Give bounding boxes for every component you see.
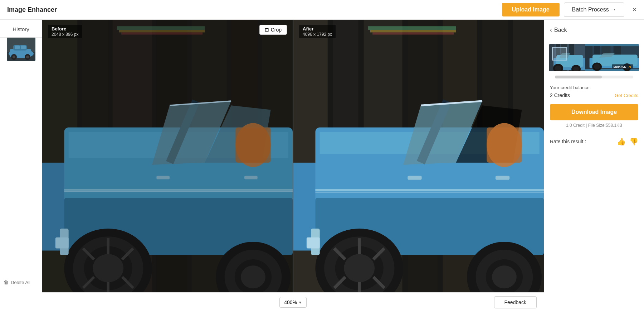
back-chevron-icon[interactable]: ‹ — [550, 26, 552, 34]
preview-before-thumbnail — [549, 44, 585, 71]
after-panel: After 4096 x 1792 px — [293, 20, 544, 292]
svg-rect-63 — [370, 30, 456, 32]
before-label: Before 2048 x 896 px — [48, 25, 82, 38]
right-panel: ‹ Back — [544, 20, 644, 312]
svg-rect-62 — [368, 26, 456, 30]
right-panel-header: ‹ Back — [544, 20, 644, 39]
history-label: History — [0, 20, 42, 38]
after-image — [293, 20, 544, 292]
svg-rect-53 — [42, 20, 293, 292]
svg-text:ENHANCE: ENHANCE — [614, 66, 626, 68]
svg-rect-5 — [15, 45, 20, 49]
history-thumbnail[interactable] — [7, 38, 35, 61]
zoom-control[interactable]: 400% ▼ — [279, 297, 307, 308]
svg-point-10 — [26, 56, 29, 58]
crop-button[interactable]: ⊡ Crop — [259, 25, 287, 35]
delete-icon: 🗑 — [4, 279, 9, 285]
svg-rect-64 — [372, 32, 454, 34]
upload-image-button[interactable]: Upload Image — [502, 3, 560, 16]
credit-balance-label: Your credit balance: — [550, 85, 638, 90]
image-panels: Before 2048 x 896 px ⊡ Crop — [42, 20, 544, 292]
svg-point-82 — [344, 254, 375, 282]
preview-selection-box — [552, 47, 567, 61]
preview-strip: ENHANCE AI — [544, 39, 644, 71]
svg-point-115 — [594, 64, 600, 69]
scroll-thumb — [555, 76, 602, 78]
main-layout: History 🗑 — [0, 20, 644, 312]
zoom-dropdown-icon: ▼ — [298, 301, 302, 304]
preview-after-image: ENHANCE AI — [585, 44, 639, 71]
crop-icon: ⊡ — [265, 27, 269, 33]
download-image-button[interactable]: Download Image — [550, 104, 638, 120]
svg-rect-78 — [408, 176, 421, 180]
credit-row: 2 Credits Get Credits — [550, 92, 638, 98]
svg-rect-76 — [315, 192, 544, 192]
get-credits-link[interactable]: Get Credits — [615, 93, 638, 98]
rate-section: Rate this result : 👍 👎 — [544, 131, 644, 152]
svg-rect-6 — [21, 45, 26, 49]
zoom-value: 400% — [284, 299, 297, 305]
credit-section: Your credit balance: 2 Credits Get Credi… — [544, 78, 644, 98]
svg-point-8 — [13, 56, 15, 58]
header-actions: Upload Image Batch Process → × — [502, 3, 637, 17]
svg-point-92 — [492, 265, 517, 288]
preview-after-thumbnail: ENHANCE AI — [585, 44, 639, 71]
rate-buttons: 👍 👎 — [617, 137, 638, 146]
after-dimensions: 4096 x 1792 px — [303, 32, 332, 37]
credit-count: 2 Credits — [550, 92, 570, 98]
after-label: After 4096 x 1792 px — [299, 25, 336, 38]
viewer-area: Before 2048 x 896 px ⊡ Crop — [42, 20, 544, 312]
app-title: Image Enhancer — [7, 6, 57, 14]
thumbnail-image — [7, 38, 35, 61]
before-image — [42, 20, 293, 292]
svg-text:AI: AI — [629, 66, 631, 68]
svg-rect-75 — [315, 189, 544, 191]
svg-point-103 — [555, 66, 561, 71]
before-dimensions: 2048 x 896 px — [52, 32, 78, 37]
before-panel: Before 2048 x 896 px ⊡ Crop — [42, 20, 293, 292]
delete-all-row[interactable]: 🗑 Delete All — [0, 276, 42, 289]
scroll-hint — [555, 76, 633, 78]
thumbs-down-button[interactable]: 👎 — [629, 137, 638, 146]
delete-all-label: Delete All — [11, 280, 30, 285]
rate-label: Rate this result : — [550, 139, 586, 144]
file-info: 1.0 Credit | File Size:558.1KB — [544, 123, 644, 128]
batch-process-button[interactable]: Batch Process → — [564, 3, 625, 17]
svg-rect-94 — [307, 237, 320, 249]
back-button[interactable]: Back — [554, 27, 567, 33]
bottom-bar: 400% ▼ Feedback — [42, 292, 544, 312]
svg-rect-77 — [496, 176, 509, 180]
sidebar: History 🗑 — [0, 20, 42, 312]
feedback-button[interactable]: Feedback — [494, 296, 537, 308]
thumbs-up-button[interactable]: 👍 — [617, 137, 626, 146]
svg-rect-74 — [487, 128, 522, 163]
close-button[interactable]: × — [632, 5, 637, 14]
header: Image Enhancer Upload Image Batch Proces… — [0, 0, 644, 20]
